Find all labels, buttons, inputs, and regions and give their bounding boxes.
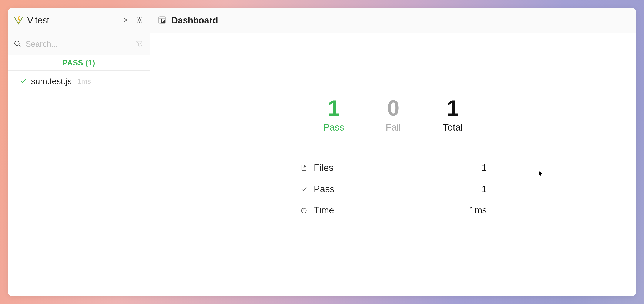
filter-x-icon — [136, 40, 143, 48]
detail-files: Files 1 — [300, 162, 487, 173]
test-name: sum.test.js — [31, 76, 72, 86]
body: PASS (1) sum.test.js 1ms 1 Pass — [8, 33, 636, 296]
sidebar-actions — [120, 16, 144, 25]
stat-pass-value: 1 — [328, 97, 340, 119]
sidebar-header: Vitest — [8, 8, 150, 33]
stat-pass-label: Pass — [323, 122, 344, 133]
stat-pass: 1 Pass — [319, 97, 348, 133]
dashboard-main: 1 Pass 0 Fail 1 Total — [150, 33, 636, 296]
status-bar: PASS (1) — [8, 55, 150, 71]
test-time: 1ms — [77, 77, 91, 85]
detail-pass-value: 1 — [482, 184, 487, 194]
stat-total-value: 1 — [447, 97, 459, 119]
svg-marker-0 — [123, 18, 127, 22]
run-button[interactable] — [120, 16, 129, 25]
test-list: sum.test.js 1ms — [8, 71, 150, 296]
dashboard-icon — [158, 16, 166, 25]
sun-icon — [136, 16, 144, 25]
check-icon — [300, 185, 308, 193]
file-icon — [300, 164, 308, 171]
filter-clear-button[interactable] — [135, 39, 144, 49]
sidebar: PASS (1) sum.test.js 1ms — [8, 33, 150, 296]
theme-toggle-button[interactable] — [135, 16, 144, 25]
svg-point-16 — [15, 41, 19, 45]
test-item[interactable]: sum.test.js 1ms — [8, 73, 150, 89]
logo: Vitest — [14, 15, 49, 26]
svg-line-8 — [137, 22, 138, 22]
play-icon — [121, 16, 128, 24]
page-title: Dashboard — [172, 15, 218, 25]
detail-time-value: 1ms — [469, 205, 487, 216]
search-row — [8, 33, 150, 55]
svg-line-17 — [18, 45, 20, 46]
details-list: Files 1 Pass 1 — [300, 162, 487, 216]
detail-files-label: Files — [314, 162, 334, 173]
vitest-logo-icon — [14, 15, 24, 26]
stat-fail-value: 0 — [387, 97, 400, 119]
stat-fail: 0 Fail — [378, 97, 408, 133]
detail-time-label: Time — [314, 205, 334, 216]
stats-row: 1 Pass 0 Fail 1 Total — [319, 97, 468, 133]
detail-time: Time 1ms — [300, 205, 487, 216]
header-bar: Vitest — [8, 8, 636, 33]
svg-line-9 — [142, 17, 142, 18]
stat-total-label: Total — [443, 122, 463, 133]
detail-files-value: 1 — [482, 162, 487, 173]
main-header: Dashboard — [150, 8, 636, 33]
app-window: Vitest — [8, 8, 636, 296]
detail-pass-label: Pass — [314, 184, 334, 194]
svg-line-7 — [142, 22, 142, 22]
status-text: PASS (1) — [62, 58, 95, 67]
detail-pass: Pass 1 — [300, 184, 487, 194]
app-title: Vitest — [27, 15, 49, 25]
stat-fail-label: Fail — [386, 122, 401, 133]
search-icon — [14, 40, 21, 48]
stopwatch-icon — [300, 207, 308, 214]
stat-total: 1 Total — [438, 97, 468, 133]
svg-point-1 — [138, 19, 141, 21]
check-icon — [20, 77, 27, 85]
svg-line-6 — [137, 17, 138, 18]
search-input[interactable] — [26, 39, 130, 49]
